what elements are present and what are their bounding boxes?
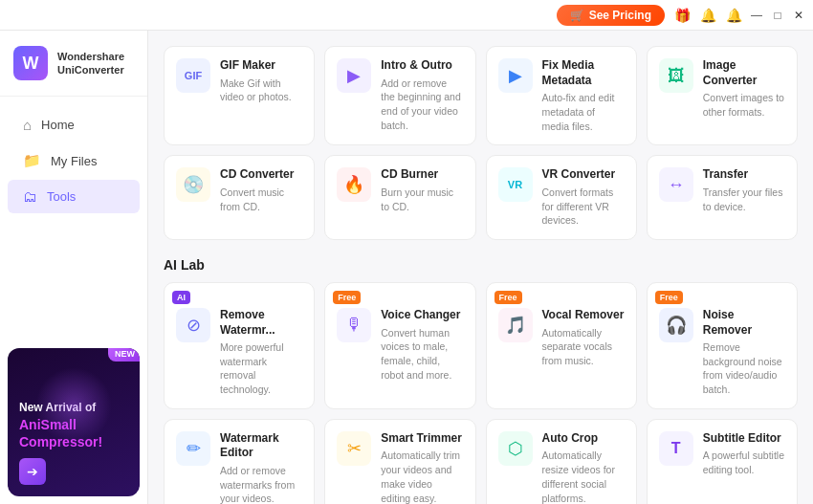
sidebar-item-myfiles[interactable]: 📁 My Files: [8, 143, 140, 178]
smart-trimmer-icon: ✂: [337, 431, 371, 466]
tool-transfer[interactable]: ↔ Transfer Transfer your files to device…: [647, 155, 798, 240]
remove-watermark-info: Remove Watermr... More powerful watermar…: [220, 308, 302, 397]
tool-smart-trimmer[interactable]: ✂ Smart Trimmer Automatically trim your …: [324, 419, 475, 504]
intro-outro-icon: ▶: [337, 58, 371, 93]
notification-icon[interactable]: 🔔: [700, 8, 716, 23]
cd-converter-icon: 💿: [176, 167, 210, 202]
see-pricing-button[interactable]: 🛒 See Pricing: [557, 5, 665, 26]
tool-fix-metadata[interactable]: ▶ Fix Media Metadata Auto-fix and edit m…: [486, 46, 637, 145]
bell-icon[interactable]: 🔔: [726, 8, 742, 23]
maximize-button[interactable]: □: [771, 9, 784, 22]
subtitle-editor-icon: T: [659, 431, 693, 466]
smart-trimmer-info: Smart Trimmer Automatically trim your vi…: [381, 431, 463, 504]
image-converter-name: Image Converter: [703, 58, 785, 88]
intro-outro-name: Intro & Outro: [381, 58, 463, 74]
cd-converter-name: CD Converter: [220, 167, 302, 183]
tool-watermark-editor[interactable]: ✏ Watermark Editor Add or remove waterma…: [164, 419, 315, 504]
fix-metadata-desc: Auto-fix and edit metadata of media file…: [542, 91, 625, 133]
banner-arrow-icon[interactable]: ➔: [19, 458, 46, 485]
auto-crop-name: Auto Crop: [542, 431, 625, 447]
vr-converter-info: VR Converter Convert formats for differe…: [542, 167, 625, 228]
minimize-button[interactable]: —: [750, 9, 763, 22]
tool-vocal-remover[interactable]: Free 🎵 Vocal Remover Automatically separ…: [486, 282, 637, 409]
vr-converter-icon: VR: [498, 167, 533, 202]
tool-subtitle-editor[interactable]: T Subtitle Editor A powerful subtitle ed…: [647, 419, 798, 504]
sidebar-item-tools[interactable]: 🗂 Tools: [8, 180, 140, 213]
remove-watermark-desc: More powerful watermark removal technolo…: [220, 340, 302, 397]
tool-vr-converter[interactable]: VR VR Converter Convert formats for diff…: [486, 155, 637, 240]
fix-metadata-name: Fix Media Metadata: [542, 58, 625, 88]
banner-new-badge: NEW: [108, 348, 140, 362]
sidebar-label-tools: Tools: [47, 189, 76, 204]
logo-text: Wondershare UniConverter: [57, 50, 124, 77]
sidebar-label-myfiles: My Files: [51, 154, 97, 168]
sidebar: W Wondershare UniConverter ⌂ Home 📁 My F…: [0, 31, 148, 504]
close-button[interactable]: ✕: [792, 9, 805, 22]
ai-lab-grid: AI ⊘ Remove Watermr... More powerful wat…: [164, 282, 798, 504]
vocal-remover-icon: 🎵: [498, 308, 533, 342]
sidebar-item-home[interactable]: ⌂ Home: [8, 108, 140, 142]
auto-crop-info: Auto Crop Automatically resize videos fo…: [542, 431, 625, 504]
noise-remover-name: Noise Remover: [703, 308, 785, 338]
remove-watermark-icon: ⊘: [176, 308, 210, 342]
ai-badge: AI: [172, 291, 190, 304]
smart-trimmer-desc: Automatically trim your videos and make …: [381, 449, 463, 504]
banner-glow: [35, 367, 112, 444]
image-converter-desc: Convert images to other formats.: [703, 91, 785, 119]
tools-icon: 🗂: [23, 188, 37, 205]
sidebar-nav: ⌂ Home 📁 My Files 🗂 Tools: [0, 97, 147, 225]
gif-maker-info: GIF Maker Make Gif with video or photos.: [220, 58, 302, 104]
transfer-name: Transfer: [703, 167, 785, 183]
image-converter-icon: 🖼: [659, 58, 693, 93]
gif-maker-desc: Make Gif with video or photos.: [220, 77, 302, 104]
gif-maker-name: GIF Maker: [220, 58, 302, 74]
noise-remover-desc: Remove background noise from video/audio…: [703, 340, 785, 397]
cd-burner-desc: Burn your music to CD.: [381, 186, 463, 213]
tools-grid-section1: GIF GIF Maker Make Gif with video or pho…: [164, 46, 798, 240]
smart-trimmer-name: Smart Trimmer: [381, 431, 463, 447]
voice-changer-info: Voice Changer Convert human voices to ma…: [381, 308, 463, 382]
tool-cd-burner[interactable]: 🔥 CD Burner Burn your music to CD.: [324, 155, 475, 240]
voice-changer-icon: 🎙: [337, 308, 371, 342]
sidebar-banner[interactable]: NEW New Arrival of AniSmall Compressor! …: [8, 348, 140, 496]
cd-burner-name: CD Burner: [381, 167, 463, 183]
vocal-remover-name: Vocal Remover: [542, 308, 625, 323]
gift-icon[interactable]: 🎁: [674, 8, 691, 23]
tool-auto-crop[interactable]: ⬡ Auto Crop Automatically resize videos …: [486, 419, 637, 504]
subtitle-editor-desc: A powerful subtitle editing tool.: [703, 449, 785, 476]
tool-gif-maker[interactable]: GIF GIF Maker Make Gif with video or pho…: [164, 46, 315, 145]
cd-converter-info: CD Converter Convert music from CD.: [220, 167, 302, 213]
tool-remove-watermark[interactable]: AI ⊘ Remove Watermr... More powerful wat…: [164, 282, 315, 409]
home-icon: ⌂: [23, 117, 32, 133]
transfer-desc: Transfer your files to device.: [703, 186, 785, 213]
watermark-editor-icon: ✏: [176, 431, 210, 466]
fix-metadata-info: Fix Media Metadata Auto-fix and edit met…: [542, 58, 625, 133]
cart-icon: 🛒: [570, 9, 584, 22]
watermark-editor-name: Watermark Editor: [220, 431, 302, 461]
vocal-remover-desc: Automatically separate vocals from music…: [542, 326, 625, 368]
tool-noise-remover[interactable]: Free 🎧 Noise Remover Remove background n…: [647, 282, 798, 409]
tool-image-converter[interactable]: 🖼 Image Converter Convert images to othe…: [647, 46, 798, 145]
window-controls: — □ ✕: [750, 9, 805, 22]
tool-intro-outro[interactable]: ▶ Intro & Outro Add or remove the beginn…: [324, 46, 475, 145]
app-logo: W Wondershare UniConverter: [0, 31, 147, 97]
cd-burner-info: CD Burner Burn your music to CD.: [381, 167, 463, 213]
voice-changer-desc: Convert human voices to male, female, ch…: [381, 326, 463, 383]
noise-remover-icon: 🎧: [659, 308, 693, 342]
logo-line1: Wondershare: [57, 50, 124, 63]
fix-metadata-icon: ▶: [498, 58, 533, 93]
subtitle-editor-info: Subtitle Editor A powerful subtitle edit…: [703, 431, 785, 477]
title-bar: 🛒 See Pricing 🎁 🔔 🔔 — □ ✕: [0, 0, 813, 31]
cd-burner-icon: 🔥: [337, 167, 371, 202]
logo-line2: UniConverter: [57, 63, 124, 77]
main-content: GIF GIF Maker Make Gif with video or pho…: [148, 31, 813, 504]
vr-converter-desc: Convert formats for different VR devices…: [542, 186, 625, 228]
transfer-info: Transfer Transfer your files to device.: [703, 167, 785, 213]
gif-maker-icon: GIF: [176, 58, 210, 93]
tool-cd-converter[interactable]: 💿 CD Converter Convert music from CD.: [164, 155, 315, 240]
tool-voice-changer[interactable]: Free 🎙 Voice Changer Convert human voice…: [324, 282, 475, 409]
vocal-remover-info: Vocal Remover Automatically separate voc…: [542, 308, 625, 368]
cd-converter-desc: Convert music from CD.: [220, 186, 302, 213]
sidebar-label-home: Home: [41, 118, 75, 132]
free-badge-voice: Free: [333, 291, 361, 304]
